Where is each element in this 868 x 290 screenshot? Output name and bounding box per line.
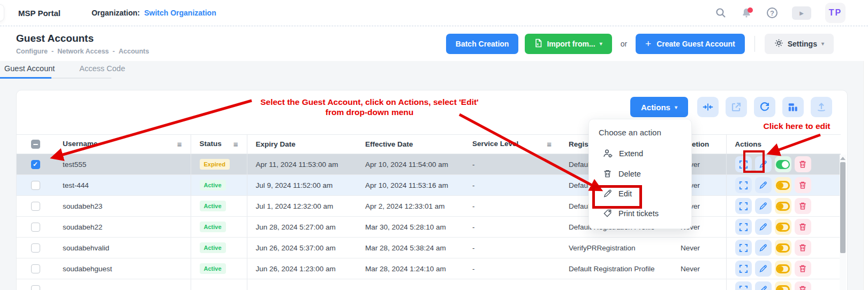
- top-bar: MSP Portal Organization: Switch Organiza…: [0, 0, 868, 26]
- cell-expiry: Apr 11, 2024 11:53:00 am: [247, 154, 357, 175]
- expand-row-button[interactable]: [735, 198, 752, 214]
- expand-row-button[interactable]: [735, 281, 752, 290]
- enable-toggle-button[interactable]: [775, 198, 791, 214]
- delete-row-button[interactable]: [795, 156, 811, 172]
- edit-row-button[interactable]: [755, 261, 772, 277]
- column-menu-icon[interactable]: ≡: [177, 140, 182, 149]
- menu-item-extend[interactable]: Extend: [589, 143, 691, 164]
- row-checkbox[interactable]: [31, 181, 40, 190]
- notifications-bell-icon[interactable]: [741, 7, 752, 19]
- edit-row-button[interactable]: [755, 219, 772, 235]
- expand-view-button[interactable]: [726, 97, 747, 117]
- fullscreen-icon: [739, 160, 748, 169]
- edit-row-button[interactable]: [755, 156, 772, 172]
- tab-access-code[interactable]: Access Code: [77, 62, 132, 78]
- pencil-icon: [603, 189, 612, 198]
- enable-toggle-button[interactable]: [775, 240, 791, 256]
- enable-toggle-button[interactable]: [775, 177, 791, 193]
- enable-toggle-button[interactable]: [775, 281, 791, 290]
- trash-icon: [798, 264, 807, 273]
- table-row[interactable]: soudabehguest Active Jun 26, 2024 1:23:0…: [17, 258, 841, 279]
- help-icon[interactable]: ?: [766, 7, 778, 19]
- create-guest-account-button[interactable]: + Create Guest Account: [636, 34, 745, 54]
- tab-guest-account[interactable]: Guest Account: [2, 62, 62, 78]
- cell-service-level: -: [464, 196, 560, 217]
- settings-button[interactable]: Settings ▾: [765, 34, 834, 54]
- collapse-columns-button[interactable]: [697, 97, 719, 117]
- status-badge: Active: [200, 263, 226, 274]
- menu-item-print-tickets[interactable]: Print tickets: [589, 203, 691, 223]
- table-scrollbar[interactable]: [840, 155, 846, 290]
- row-checkbox[interactable]: [31, 202, 40, 211]
- status-badge: Expired: [200, 159, 230, 170]
- table-columns-icon: [788, 102, 798, 112]
- refresh-button[interactable]: [754, 97, 775, 117]
- delete-row-button[interactable]: [795, 261, 811, 277]
- table-row[interactable]: [17, 279, 841, 290]
- column-menu-icon[interactable]: ≡: [233, 140, 238, 149]
- trash-icon: [603, 169, 612, 178]
- toggle-off-icon: [776, 223, 790, 232]
- column-menu-icon[interactable]: ≡: [547, 140, 552, 149]
- expand-row-button[interactable]: [735, 219, 752, 235]
- breadcrumb-configure[interactable]: Configure: [16, 48, 48, 55]
- table-row[interactable]: test-444 Active Jul 9, 2024 11:52:00 am …: [17, 175, 841, 196]
- delete-row-button[interactable]: [795, 281, 811, 290]
- delete-row-button[interactable]: [795, 240, 811, 256]
- import-from-button[interactable]: x Import from... ▾: [525, 34, 612, 54]
- pencil-icon: [759, 264, 767, 273]
- select-all-checkbox[interactable]: [31, 140, 40, 149]
- table-header-row: Username≡ Status≡ Expiry Date Effective …: [17, 135, 841, 154]
- export-button[interactable]: [811, 97, 832, 117]
- status-badge: Active: [200, 201, 226, 211]
- menu-item-edit[interactable]: Edit: [589, 184, 691, 203]
- menu-item-delete[interactable]: Delete: [589, 164, 691, 184]
- video-tutorial-icon[interactable]: ▶: [792, 6, 811, 20]
- delete-row-button[interactable]: [795, 219, 811, 235]
- row-checkbox[interactable]: [31, 223, 40, 232]
- table-row[interactable]: soudabehvalid Active Jun 26, 2024 5:37:0…: [17, 238, 841, 258]
- delete-row-button[interactable]: [795, 177, 811, 193]
- row-checkbox[interactable]: ✓: [31, 160, 40, 169]
- avatar[interactable]: TP: [825, 3, 846, 23]
- collapse-columns-icon: [702, 102, 714, 112]
- cell-username: soudabehvalid: [54, 238, 191, 258]
- toggle-off-icon: [776, 202, 790, 211]
- cell-username: test555: [54, 154, 191, 175]
- actions-button[interactable]: Actions ▾: [630, 97, 688, 117]
- enable-toggle-button[interactable]: [775, 261, 791, 277]
- edit-row-button[interactable]: [755, 240, 772, 256]
- row-checkbox[interactable]: [31, 264, 40, 273]
- expand-row-button[interactable]: [735, 177, 752, 193]
- cell-service-level: -: [464, 175, 560, 196]
- tab-bar: Guest Account Access Code: [2, 62, 148, 78]
- expand-row-button[interactable]: [735, 240, 752, 256]
- table-row[interactable]: soudabeh23 Active Jul 1, 2024 12:32:00 a…: [17, 196, 841, 217]
- cell-effective: Mar 28, 2024 1:24:10 am: [357, 258, 464, 279]
- table-row[interactable]: ✓ test555 Expired Apr 11, 2024 11:53:00 …: [17, 154, 841, 175]
- actions-dropdown-menu: Choose an action Extend Delete Edit Prin…: [588, 119, 692, 229]
- cell-effective: Mar 30, 2024 5:28:10 am: [357, 217, 464, 238]
- row-checkbox[interactable]: [31, 243, 40, 253]
- delete-row-button[interactable]: [795, 198, 811, 214]
- scrollbar-thumb[interactable]: [840, 162, 846, 253]
- expand-row-button[interactable]: [735, 261, 752, 277]
- enable-toggle-button[interactable]: [775, 219, 791, 235]
- edit-row-button[interactable]: [755, 198, 772, 214]
- batch-creation-button[interactable]: Batch Creation: [446, 34, 519, 54]
- columns-button[interactable]: [782, 97, 804, 117]
- fullscreen-icon: [739, 285, 748, 290]
- switch-organization-link[interactable]: Switch Organization: [144, 9, 216, 17]
- edit-row-button[interactable]: [755, 281, 772, 290]
- scrollbar-up-arrow[interactable]: [840, 157, 846, 160]
- row-checkbox[interactable]: [31, 285, 40, 290]
- edit-row-button[interactable]: [755, 177, 772, 193]
- search-icon[interactable]: [715, 7, 727, 19]
- breadcrumb-accounts[interactable]: Accounts: [119, 48, 149, 55]
- cell-deletion: Never: [675, 258, 726, 279]
- expand-row-button[interactable]: [735, 156, 752, 172]
- column-status: Status: [200, 140, 222, 148]
- breadcrumb-network-access[interactable]: Network Access: [57, 48, 109, 55]
- table-row[interactable]: soudabeh22 Active Jun 28, 2024 5:27:00 a…: [17, 217, 841, 238]
- enable-toggle-button[interactable]: [775, 156, 791, 172]
